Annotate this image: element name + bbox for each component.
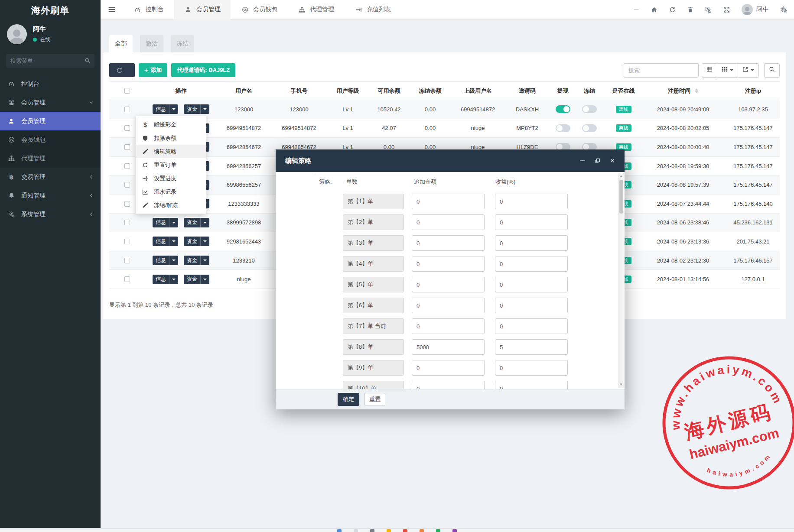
add-amount-input[interactable] bbox=[412, 194, 485, 209]
withdraw-toggle[interactable] bbox=[556, 124, 570, 132]
fund-button[interactable]: 资金 bbox=[184, 256, 209, 265]
dropdown-item-3[interactable]: 重置订单 bbox=[136, 158, 206, 172]
sidebar-search-input[interactable] bbox=[6, 54, 94, 68]
sidebar-item-2[interactable]: ฿交易管理 bbox=[0, 168, 101, 186]
refresh-button[interactable] bbox=[109, 63, 135, 77]
info-button[interactable]: 信息 bbox=[153, 237, 178, 246]
minimize-icon[interactable] bbox=[579, 158, 586, 164]
row-checkbox[interactable] bbox=[124, 144, 130, 150]
topnav-item-3[interactable]: 代理管理 bbox=[287, 0, 344, 19]
profit-percent-input[interactable] bbox=[495, 360, 568, 376]
dropdown-item-5[interactable]: 流水记录 bbox=[136, 185, 206, 198]
add-amount-input[interactable] bbox=[412, 381, 485, 389]
profit-percent-input[interactable] bbox=[495, 339, 568, 355]
add-amount-input[interactable] bbox=[412, 214, 485, 230]
tab-1[interactable]: 激活 bbox=[140, 35, 163, 52]
fund-button[interactable]: 资金 bbox=[184, 218, 209, 227]
fund-button[interactable]: 资金 bbox=[184, 237, 209, 246]
add-amount-input[interactable] bbox=[412, 235, 485, 251]
profit-percent-input[interactable] bbox=[495, 194, 568, 209]
sort-icon[interactable] bbox=[695, 88, 698, 93]
topnav-item-1[interactable]: 会员管理 bbox=[174, 0, 231, 19]
row-checkbox[interactable] bbox=[124, 258, 130, 263]
row-checkbox[interactable] bbox=[124, 163, 130, 169]
maximize-icon[interactable] bbox=[595, 158, 600, 163]
dropdown-item-1[interactable]: 扣除余额 bbox=[136, 131, 206, 145]
scrollbar-thumb[interactable] bbox=[619, 180, 623, 214]
sidebar-item-0[interactable]: 控制台 bbox=[0, 75, 101, 93]
hamburger-menu-icon[interactable] bbox=[101, 6, 123, 13]
freeze-toggle[interactable] bbox=[582, 105, 597, 113]
dropdown-item-4[interactable]: 设置进度 bbox=[136, 172, 206, 185]
gear-icon[interactable] bbox=[780, 6, 787, 13]
row-checkbox[interactable] bbox=[124, 220, 130, 225]
profit-percent-input[interactable] bbox=[495, 256, 568, 272]
row-checkbox[interactable] bbox=[124, 201, 130, 207]
taskbar-app-icon[interactable] bbox=[337, 529, 342, 532]
info-button[interactable]: 信息 bbox=[153, 104, 178, 114]
taskbar-app-icon[interactable] bbox=[436, 529, 440, 532]
profit-percent-input[interactable] bbox=[495, 318, 568, 334]
topnav-item-2[interactable]: 会员钱包 bbox=[231, 0, 287, 19]
sidebar-item-3[interactable]: 通知管理 bbox=[0, 186, 101, 205]
confirm-button[interactable]: 确定 bbox=[338, 393, 359, 406]
profit-percent-input[interactable] bbox=[495, 235, 568, 251]
row-checkbox[interactable] bbox=[124, 107, 130, 112]
fund-button[interactable]: 资金 bbox=[184, 275, 209, 284]
home-icon[interactable] bbox=[651, 6, 657, 13]
table-search-input[interactable] bbox=[624, 63, 699, 78]
taskbar-app-icon[interactable] bbox=[354, 529, 358, 532]
row-checkbox[interactable] bbox=[124, 276, 130, 282]
row-checkbox[interactable] bbox=[124, 182, 130, 188]
taskbar-app-icon[interactable] bbox=[387, 529, 391, 532]
fund-button[interactable]: 资金 bbox=[184, 104, 209, 114]
add-amount-input[interactable] bbox=[412, 256, 485, 272]
info-button[interactable]: 信息 bbox=[153, 218, 178, 227]
topbar-user-menu[interactable]: 阿牛 bbox=[742, 4, 768, 15]
freeze-toggle[interactable] bbox=[582, 124, 597, 132]
row-checkbox[interactable] bbox=[124, 239, 130, 244]
profit-percent-input[interactable] bbox=[495, 277, 568, 292]
info-button[interactable]: 信息 bbox=[153, 275, 178, 284]
scroll-down-icon[interactable]: ▼ bbox=[618, 382, 624, 387]
add-amount-input[interactable] bbox=[412, 339, 485, 355]
taskbar-app-icon[interactable] bbox=[452, 529, 457, 532]
columns-button[interactable] bbox=[717, 63, 738, 78]
topnav-item-4[interactable]: 充值列表 bbox=[344, 0, 401, 19]
sidebar-item-1[interactable]: 会员管理 bbox=[0, 93, 101, 112]
dropdown-item-6[interactable]: 冻结/解冻 bbox=[136, 198, 206, 212]
refresh-icon[interactable] bbox=[669, 6, 676, 13]
scroll-up-icon[interactable]: ▲ bbox=[618, 174, 624, 179]
add-amount-input[interactable] bbox=[412, 318, 485, 334]
modal-header[interactable]: 编辑策略 bbox=[276, 149, 625, 172]
reset-button[interactable]: 重置 bbox=[364, 393, 385, 406]
sidebar-subitem-2[interactable]: 代理管理 bbox=[0, 149, 101, 168]
info-button[interactable]: 信息 bbox=[153, 256, 178, 265]
modal-scrollbar[interactable]: ▲ ▼ bbox=[618, 173, 624, 388]
add-amount-input[interactable] bbox=[412, 360, 485, 376]
expand-icon[interactable] bbox=[723, 6, 730, 13]
profit-percent-input[interactable] bbox=[495, 298, 568, 313]
toggle-view-button[interactable] bbox=[702, 63, 717, 78]
taskbar-app-icon[interactable] bbox=[370, 529, 374, 532]
tab-2[interactable]: 冻结 bbox=[171, 35, 194, 52]
translate-icon[interactable] bbox=[705, 6, 712, 13]
close-icon[interactable] bbox=[610, 158, 615, 163]
search-submit-button[interactable] bbox=[764, 63, 780, 78]
topnav-item-0[interactable]: 控制台 bbox=[123, 0, 174, 19]
select-all-checkbox[interactable] bbox=[124, 88, 130, 94]
tab-0[interactable]: 全部 bbox=[109, 35, 133, 52]
profit-percent-input[interactable] bbox=[495, 214, 568, 230]
add-amount-input[interactable] bbox=[412, 298, 485, 313]
withdraw-toggle[interactable] bbox=[556, 105, 570, 113]
taskbar-app-icon[interactable] bbox=[420, 529, 424, 532]
sidebar-item-4[interactable]: 系统管理 bbox=[0, 205, 101, 224]
row-checkbox[interactable] bbox=[124, 125, 130, 131]
sidebar-subitem-0[interactable]: 会员管理 bbox=[0, 112, 101, 130]
dropdown-item-2[interactable]: 编辑策略 bbox=[136, 145, 206, 158]
dropdown-item-0[interactable]: $赠送彩金 bbox=[136, 118, 206, 131]
trash-icon[interactable] bbox=[687, 6, 693, 13]
export-button[interactable] bbox=[738, 63, 759, 78]
sidebar-subitem-1[interactable]: 会员钱包 bbox=[0, 130, 101, 149]
minus-icon[interactable] bbox=[633, 6, 639, 13]
